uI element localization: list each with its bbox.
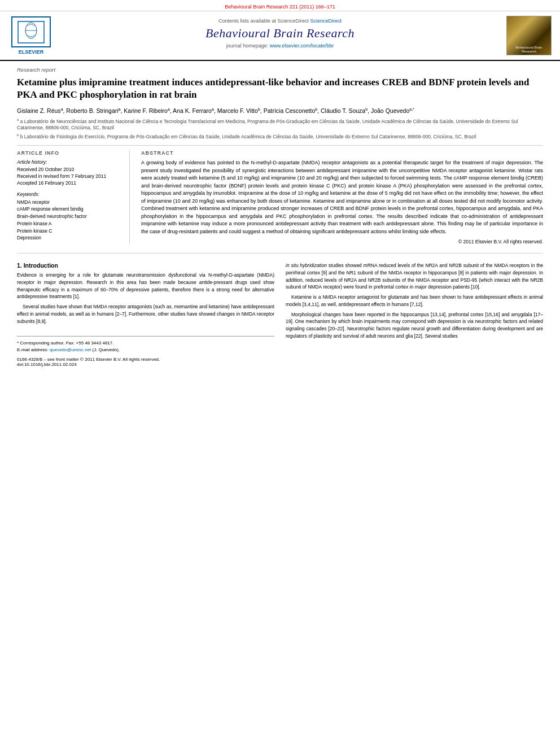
divider [17,145,543,146]
svg-rect-0 [18,21,44,43]
top-banner: Behavioural Brain Research 221 (2011) 16… [0,0,560,11]
abstract-column: ABSTRACT A growing body of evidence has … [141,150,543,244]
article-info-column: ARTICLE INFO Article history: Received 2… [17,150,130,244]
intro-para-1: Evidence is emerging for a role for glut… [17,272,274,300]
revised-date: Received in revised form 7 February 2011 [17,173,121,180]
keyword-2: cAMP response element bindig [17,206,121,213]
right-para-3: Morphological changes have been reported… [286,311,543,340]
article-title: Ketamine plus imipramine treatment induc… [17,76,543,101]
page-wrapper: Behavioural Brain Research 221 (2011) 16… [0,0,560,747]
header-center: Contents lists available at ScienceDirec… [56,16,504,55]
journal-homepage: journal homepage: www.elsevier.com/locat… [62,43,498,49]
email-link[interactable]: quevedo@unesc.net [50,347,91,352]
abstract-heading: ABSTRACT [141,150,543,156]
authors-line: Gislaine Z. Réusa, Roberto B. Stringaria… [17,107,543,114]
elsevier-logo: ELSEVIER [6,16,56,55]
right-para-2: Ketamine is a NMDA receptor antagonist f… [286,294,543,308]
body-divider [17,253,543,254]
keyword-4: Protein kinase A [17,220,121,228]
received-date: Received 20 October 2010 [17,167,121,173]
keyword-3: Brain-derived neurotrophic factor [17,213,121,220]
keyword-5: Protein kinase C [17,228,121,235]
bottom-info: 0166-4328/$ – see front matter © 2011 El… [17,357,274,367]
journal-cover-image: Behavioural Brain Research [506,16,552,55]
keyword-1: NMDA receptor [17,199,121,206]
homepage-label: journal homepage: [226,43,269,49]
intro-para-2: Several studies have shown that NMDA rec… [17,303,274,325]
keyword-6: Depression [17,234,121,242]
sciencedirect-link[interactable]: ScienceDirect [310,18,342,24]
doi-line: doi:10.1016/j.bbr.2011.02.024 [17,362,274,367]
logo-box [11,16,51,47]
affiliation-b: b b Laboratório de Fisiologia do Exercíc… [17,133,543,141]
introduction-label: Introduction [24,262,58,269]
affiliations: a a Laboratório de Neurociências and Ins… [17,117,543,141]
body-section: 1. Introduction Evidence is emerging for… [17,262,543,367]
issn-line: 0166-4328/$ – see front matter © 2011 El… [17,357,274,362]
email-person: (J. Quevedo). [93,347,120,352]
introduction-title: 1. Introduction [17,262,274,269]
article-history-label: Article history: [17,159,121,165]
right-column-text: in situ hybridization studies showed mRN… [286,262,543,340]
footnote-corresponding: * Corresponding author. Fax: +55 48 3443… [17,340,274,347]
corresponding-label: * Corresponding author. Fax: +55 48 3443… [17,340,113,346]
author-name: Gislaine Z. Réusa, Roberto B. Stringaria… [17,107,414,114]
footnote-area: * Corresponding author. Fax: +55 48 3443… [17,336,274,353]
body-right-column: in situ hybridization studies showed mRN… [286,262,543,367]
elsevier-wordmark: ELSEVIER [19,49,44,55]
copyright: © 2011 Elsevier B.V. All rights reserved… [141,239,543,244]
main-content: Research report Ketamine plus imipramine… [0,61,560,373]
homepage-url[interactable]: www.elsevier.com/locate/bbr [270,43,334,49]
article-info-heading: ARTICLE INFO [17,150,121,156]
journal-title: Behavioural Brain Research [62,26,498,41]
contents-line: Contents lists available at ScienceDirec… [62,18,498,24]
italics-text: in situ hybridization [286,263,327,268]
introduction-text: Evidence is emerging for a role for glut… [17,272,274,325]
header-area: ELSEVIER Contents lists available at Sci… [0,11,560,61]
affiliation-a: a a Laboratório de Neurociências and Ins… [17,117,543,132]
right-para-1: in situ hybridization studies showed mRN… [286,262,543,291]
contents-text: Contents lists available at ScienceDirec… [218,18,309,24]
footnote-email: E-mail address: quevedo@unesc.net (J. Qu… [17,347,274,353]
body-left-column: 1. Introduction Evidence is emerging for… [17,262,274,367]
journal-image: Behavioural Brain Research [504,16,554,55]
accepted-date: Accepted 16 February 2011 [17,180,121,187]
email-label: E-mail address: [17,347,49,352]
section-label: Research report [17,67,543,73]
journal-reference: Behavioural Brain Research 221 (2011) 16… [225,4,335,10]
related: related [528,318,543,324]
keywords-heading: Keywords: [17,191,121,197]
section-number: 1. [17,262,22,269]
article-info-abstract: ARTICLE INFO Article history: Received 2… [17,150,543,244]
abstract-text: A growing body of evidence has pointed t… [141,159,543,235]
